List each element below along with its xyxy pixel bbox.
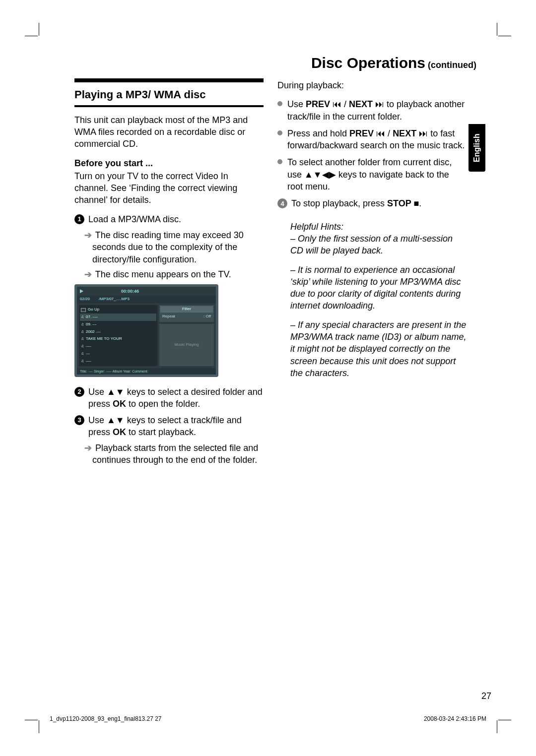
step-1: 1 Load a MP3/WMA disc. bbox=[74, 213, 264, 225]
step-4-text: To stop playback, press STOP ■. bbox=[291, 197, 467, 209]
up-down-keys-icon: ▲▼ bbox=[107, 387, 125, 397]
arrow-icon: ➔ bbox=[84, 269, 92, 279]
tv-elapsed-time: 00:00:46 bbox=[121, 288, 139, 294]
music-note-icon: ♫ bbox=[81, 336, 84, 342]
tv-row-label: Go Up bbox=[88, 307, 99, 313]
arrow-icon: ➔ bbox=[84, 443, 92, 453]
tv-info-bar: Title: ---- Singer: ----- Album Year: Co… bbox=[77, 368, 216, 375]
next-icon: ⏭ bbox=[375, 99, 384, 109]
tv-row-label: ---- bbox=[86, 359, 91, 364]
tv-repeat-value: : Off bbox=[203, 314, 211, 319]
tv-row-label: 09. --- bbox=[86, 322, 96, 327]
bullet-text: Press and hold PREV ⏮ / NEXT ⏭ to fast f… bbox=[287, 127, 467, 152]
footer-timestamp: 2008-03-24 2:43:16 PM bbox=[424, 715, 486, 722]
tv-path-bar: 02/20 /MP3/07_.....MP3 bbox=[77, 296, 216, 303]
left-column: Playing a MP3/ WMA disc This unit can pl… bbox=[74, 78, 264, 469]
next-icon: ⏭ bbox=[419, 128, 428, 138]
step-3-result: ➔ Playback starts from the selected file… bbox=[74, 442, 264, 466]
step-1-result-b-text: The disc menu appears on the TV. bbox=[95, 269, 231, 279]
play-icon bbox=[80, 289, 83, 293]
ok-key: OK bbox=[113, 427, 126, 437]
next-key: NEXT bbox=[349, 99, 375, 109]
page-title-continued: (continued) bbox=[425, 60, 476, 70]
bullet-prev-next: Use PREV ⏮ / NEXT ⏭ to playback another … bbox=[277, 98, 467, 123]
tv-row-label: TAKE ME TO YOUR bbox=[86, 336, 122, 342]
t: / bbox=[385, 128, 393, 138]
step-number-1: 1 bbox=[74, 214, 84, 224]
page-title-text: Disc Operations bbox=[311, 55, 425, 71]
tv-row-label: 07. ---- bbox=[86, 315, 98, 320]
tv-row-selected: ♫07. ---- bbox=[80, 314, 156, 321]
hint-3: – If any special characters are present … bbox=[290, 319, 467, 379]
bullet-navigate-folder: To select another folder from current di… bbox=[277, 156, 467, 192]
tv-row: ♫--- bbox=[80, 350, 156, 358]
t: . bbox=[419, 198, 421, 208]
footer-filename: 1_dvp1120-2008_93_eng1_final813.27 27 bbox=[50, 715, 162, 722]
t: / bbox=[341, 99, 349, 109]
music-note-icon: ♫ bbox=[81, 315, 84, 320]
language-tab: English bbox=[469, 124, 485, 172]
step-number-3: 3 bbox=[74, 415, 84, 425]
step-4: 4 To stop playback, press STOP ■. bbox=[277, 197, 467, 209]
hints-heading: Helpful Hints: bbox=[290, 221, 467, 233]
tv-file-path: /MP3/07_.....MP3 bbox=[99, 297, 130, 301]
prev-icon: ⏮ bbox=[333, 99, 341, 109]
t: Press and hold bbox=[287, 128, 349, 138]
tv-filter-header: Filter bbox=[160, 306, 213, 313]
crop-mark bbox=[498, 720, 511, 720]
crop-mark bbox=[497, 720, 497, 733]
right-column: During playback: Use PREV ⏮ / NEXT ⏭ to … bbox=[277, 78, 467, 469]
up-down-keys-icon: ▲▼ bbox=[107, 415, 125, 425]
arrow-icon: ➔ bbox=[84, 230, 92, 240]
tv-music-playing-panel: Music Playing bbox=[159, 324, 214, 366]
step-3-text: Use ▲▼ keys to select a track/file and p… bbox=[88, 414, 264, 439]
crop-mark bbox=[39, 23, 39, 36]
bullet-icon bbox=[277, 159, 282, 164]
folder-up-icon bbox=[81, 308, 86, 312]
tv-repeat-label: Repeat bbox=[162, 314, 175, 319]
music-note-icon: ♫ bbox=[81, 322, 84, 327]
nav-keys-icon: ▲▼◀▶ bbox=[304, 170, 336, 180]
page-number: 27 bbox=[481, 691, 491, 701]
prev-key: PREV bbox=[349, 128, 376, 138]
bullet-text: Use PREV ⏮ / NEXT ⏭ to playback another … bbox=[287, 98, 467, 123]
crop-mark bbox=[25, 36, 38, 36]
tv-row-label: ---- bbox=[86, 344, 91, 349]
tv-row: ♫09. --- bbox=[80, 321, 156, 328]
music-note-icon: ♫ bbox=[81, 359, 84, 364]
hint-1: – Only the first session of a multi-sess… bbox=[290, 233, 467, 257]
tv-row: ♫---- bbox=[80, 358, 156, 365]
bullet-icon bbox=[277, 101, 282, 106]
page-content: Disc Operations (continued) English Play… bbox=[40, 30, 496, 726]
step-3: 3 Use ▲▼ keys to select a track/file and… bbox=[74, 414, 264, 439]
section-title: Playing a MP3/ WMA disc bbox=[74, 87, 264, 102]
before-you-start-heading: Before you start ... bbox=[74, 157, 264, 169]
crop-mark bbox=[498, 36, 511, 36]
tv-menu-screenshot: 00:00:46 02/20 /MP3/07_.....MP3 Go Up ♫0… bbox=[74, 284, 218, 377]
tv-row-label: 2002 .--- bbox=[86, 329, 101, 335]
tv-row-go-up: Go Up bbox=[80, 306, 156, 314]
tv-track-index: 02/20 bbox=[80, 297, 90, 301]
t: Use bbox=[88, 415, 107, 425]
tv-row: ♫---- bbox=[80, 343, 156, 350]
bullet-hold-prev-next: Press and hold PREV ⏮ / NEXT ⏭ to fast f… bbox=[277, 127, 467, 152]
crop-mark bbox=[497, 23, 497, 36]
ok-key: OK bbox=[113, 399, 126, 409]
before-you-start-body: Turn on your TV to the correct Video In … bbox=[74, 170, 264, 206]
intro-paragraph: This unit can playback most of the MP3 a… bbox=[74, 114, 264, 150]
step-3-result-text: Playback starts from the selected file a… bbox=[92, 443, 258, 465]
crop-mark bbox=[25, 720, 38, 720]
step-1-result-a: ➔ The disc reading time may exceed 30 se… bbox=[74, 229, 264, 265]
tv-row: ♫TAKE ME TO YOUR bbox=[80, 335, 156, 343]
next-key: NEXT bbox=[393, 128, 419, 138]
bullet-text: To select another folder from current di… bbox=[287, 156, 467, 192]
music-note-icon: ♫ bbox=[81, 351, 84, 357]
prev-icon: ⏮ bbox=[376, 128, 385, 138]
page-title: Disc Operations (continued) bbox=[40, 55, 476, 71]
step-1-result-a-text: The disc reading time may exceed 30 seco… bbox=[92, 230, 244, 264]
tv-repeat-row: Repeat : Off bbox=[160, 313, 213, 321]
tv-file-list: Go Up ♫07. ---- ♫09. --- ♫2002 .--- ♫TAK… bbox=[79, 305, 157, 366]
prev-key: PREV bbox=[306, 99, 333, 109]
step-1-result-b: ➔ The disc menu appears on the TV. bbox=[74, 268, 264, 280]
tv-filter-panel: Filter Repeat : Off bbox=[159, 305, 214, 322]
